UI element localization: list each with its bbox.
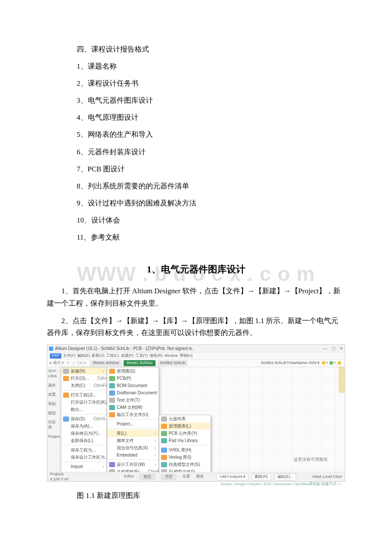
btn-edit[interactable]: 编辑(E)...: [274, 474, 297, 480]
section4-item-10: 10、设计体会: [77, 216, 345, 225]
dxp-badge[interactable]: DXP: [50, 353, 61, 358]
maximize-icon[interactable]: ▢: [331, 346, 335, 351]
btn-delete[interactable]: 删除(R): [252, 474, 271, 480]
footer-editor: Editor: [124, 474, 134, 480]
section4-item-8: 8、列出系统所需要的的元器件清单: [77, 182, 345, 191]
status-links[interactable]: System | Design Compiler | SCH | Instrum…: [47, 482, 345, 487]
section4-item-9: 9、设计过程中遇到的困难及解决方法: [77, 199, 345, 208]
menu-view[interactable]: 察看(V): [92, 353, 104, 358]
right-panel-rail[interactable]: [339, 367, 345, 393]
chapter-heading-wrap: WWW . b d o c x . c o m 1、电气元器件图库设计: [47, 263, 345, 276]
window-title: Altium Designer (16.1) - Schlib2.SchLib …: [55, 346, 193, 351]
dot-icon: [322, 361, 326, 365]
altium-screenshot: Altium Designer (16.1) - Schlib2.SchLib …: [47, 344, 345, 482]
footer-bar: Projects X:100 Y:40 Editor 模型 类型 位置 描述 A…: [47, 472, 345, 481]
section4-item-3: 3、电气元器件图库设计: [77, 96, 345, 105]
app-icon: [49, 347, 53, 351]
mask-level[interactable]: Mask Level Clear: [312, 474, 342, 480]
col-desc: 描述: [196, 474, 204, 480]
document-page: 四、课程设计报告格式 1、课题名称 2、课程设计任务书 3、电气元器件图库设计 …: [0, 0, 392, 555]
view-chip: Schlib2.SchLib?ViewName=Schl ▾ • •: [261, 361, 342, 366]
menu-window[interactable]: Window: [164, 353, 178, 358]
dot-icon: [329, 361, 333, 365]
menu-file-dropdown[interactable]: 新建(N) 打开(O)...Ctrl+O 关闭(C)Ctrl+F4 打开工程(J…: [61, 367, 107, 482]
col-type: 类型: [161, 474, 176, 480]
window-controls[interactable]: — ▢ ✕: [323, 346, 343, 351]
section4-item-11: 11、参考文献: [77, 233, 345, 242]
menu-new-dropdown[interactable]: 原理图(S) PCB(P) BOM Document Draftsman Doc…: [107, 367, 159, 476]
figure-1-1: Altium Designer (16.1) - Schlib2.SchLib …: [47, 344, 345, 500]
col-location: 位置: [182, 474, 190, 480]
figure-1-1-caption: 图 1.1 新建原理图库: [77, 491, 345, 500]
no-preview-text: 这里没有可用预览: [294, 457, 328, 462]
section4-item-4: 4、电气原理图设计: [77, 113, 345, 122]
section-4-list: 1、课题名称 2、课程设计任务书 3、电气元器件图库设计 4、电气原理图设计 5…: [47, 62, 345, 242]
section4-item-7: 7、PCB 图设计: [77, 165, 345, 174]
chapter-1-heading: 1、电气元器件图库设计: [47, 263, 345, 276]
menu-tools[interactable]: 工具(T): [135, 353, 148, 358]
home-icon[interactable]: [337, 361, 341, 365]
menu-edit[interactable]: 编辑(E): [77, 353, 90, 358]
left-panel-rail[interactable]: SCH Libra 器件 放置 剪贴 模型 供应商 Projects: [47, 367, 60, 472]
tab-schlib2[interactable]: Schlib2.SchLib: [158, 360, 188, 366]
chapter-1-step-2: 2、点击【文件】→【新建】→【库】→【原理图库】，如图 1.1 所示。新建一个电…: [47, 315, 345, 340]
section4-item-6: 6、元器件封装库设计: [77, 147, 345, 157]
chapter-1-step-1: 1、首先在电脑上打开 Altium Designer 软件，点击【文件】→【新建…: [47, 285, 345, 310]
btn-add-footprint[interactable]: Add Footprint ▾: [216, 474, 249, 480]
section4-item-2: 2、课程设计任务书: [77, 79, 345, 88]
toolbar: ▸ 模式 ▾ + − | ≡ ≡ Sheet1.SchDoc Sheet1.Sc…: [47, 359, 345, 367]
menu-file[interactable]: 文件(F): [63, 353, 76, 358]
footer-projects[interactable]: Projects: [50, 472, 64, 476]
section4-item-5: 5、网络表的生产和导入: [77, 130, 345, 139]
window-titlebar: Altium Designer (16.1) - Schlib2.SchLib …: [47, 345, 345, 353]
tab-sheet1[interactable]: Sheet1.SchDoc: [90, 360, 122, 366]
section4-item-1: 1、课题名称: [77, 62, 345, 71]
menubar[interactable]: DXP 文件(F) 编辑(E) 察看(V) 工程(C) 放置(P) 工具(T) …: [47, 353, 345, 359]
tab-sheet2[interactable]: Sheet1.SchDoc: [124, 360, 156, 366]
document-tabs[interactable]: ▸ 模式 ▾ + − | ≡ ≡ Sheet1.SchDoc Sheet1.Sc…: [50, 360, 189, 366]
menu-report[interactable]: 报告(R): [150, 353, 163, 358]
menu-place[interactable]: 放置(P): [121, 353, 134, 358]
toolbar-mode: ▸ 模式 ▾ + − | ≡ ≡: [50, 361, 86, 366]
menu-project[interactable]: 工程(C): [106, 353, 119, 358]
section-4-title: 四、课程设计报告格式: [77, 45, 345, 54]
close-icon[interactable]: ✕: [340, 346, 343, 351]
col-model: 模型: [140, 474, 155, 480]
minimize-icon[interactable]: —: [323, 346, 327, 351]
menu-help[interactable]: 帮助(H): [180, 353, 193, 358]
footer-coords: X:100 Y:40: [50, 477, 69, 481]
